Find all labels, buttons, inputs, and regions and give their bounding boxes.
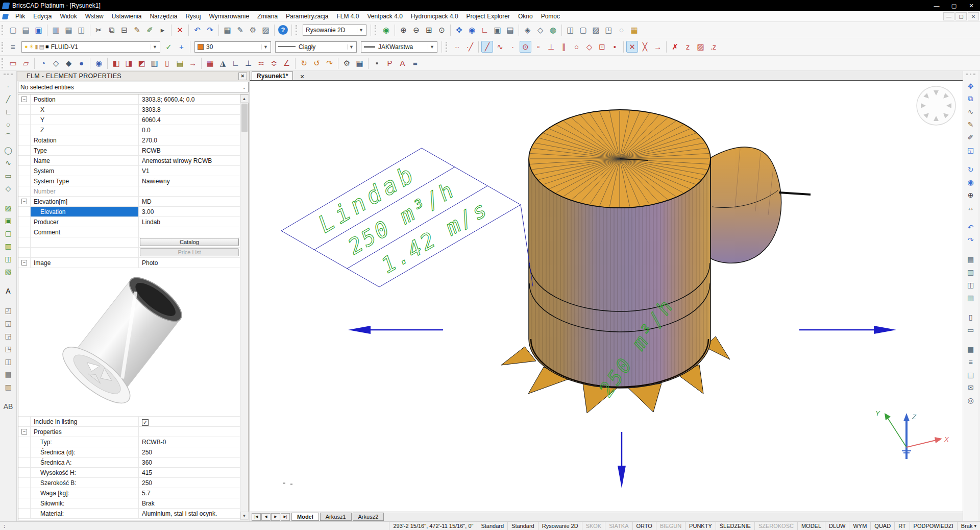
toolbar-grip[interactable]: [4, 74, 13, 78]
select-icon[interactable]: ▸: [157, 24, 168, 36]
redo-icon[interactable]: ↷: [204, 24, 216, 36]
collapse-icon[interactable]: −: [21, 260, 27, 266]
property-row-si-ownik[interactable]: Siłownik:Brak: [18, 498, 240, 509]
menu-edycja[interactable]: Edycja: [29, 12, 56, 21]
property-value[interactable]: Aluminium, stal i stal ocynk.: [139, 509, 240, 518]
solid-cube-icon[interactable]: ◇: [534, 24, 546, 36]
menu-rysuj[interactable]: Rysuj: [181, 12, 205, 21]
property-row-elevation[interactable]: Elevation3.00: [18, 207, 240, 217]
mdi-minimize-button[interactable]: —: [943, 12, 954, 20]
sheet-nav-first-icon[interactable]: |◀: [252, 513, 261, 521]
flm-grid-red-icon[interactable]: ▦: [204, 57, 216, 69]
minimize-button[interactable]: —: [928, 0, 945, 11]
hatch-icon[interactable]: ▨: [2, 202, 14, 213]
menu-narz-dzia[interactable]: Narzędzia: [145, 12, 181, 21]
zoom-in-icon[interactable]: ⊕: [398, 24, 409, 36]
extrude-icon[interactable]: ◲: [2, 330, 14, 342]
property-value[interactable]: [139, 186, 240, 196]
boundary-icon[interactable]: ▢: [2, 227, 14, 239]
property-row-system-type[interactable]: System TypeNawiewny: [18, 176, 240, 186]
section-icon[interactable]: ▥: [2, 381, 14, 393]
print-preview-icon[interactable]: ▥: [50, 24, 62, 36]
snap-dot-z-icon[interactable]: .z: [707, 41, 719, 53]
snap-tangent-icon[interactable]: ○: [571, 41, 582, 53]
ucs-icon-toggle-icon[interactable]: ∟: [479, 24, 491, 36]
zoom-window-icon[interactable]: ⊞: [423, 24, 435, 36]
property-value[interactable]: 6060.4: [139, 115, 240, 125]
status-toggle-skok[interactable]: SKOK: [582, 522, 605, 530]
flm-list-icon[interactable]: ≡: [409, 57, 421, 69]
draw-point-icon[interactable]: ∙: [2, 80, 14, 92]
snap-zero-z-icon[interactable]: z: [682, 41, 694, 53]
property-row-rotation[interactable]: Rotation270.0: [18, 135, 240, 146]
workspace-combo[interactable]: Rysowanie 2D ▼: [303, 25, 366, 36]
camera-icon[interactable]: ▣: [492, 24, 503, 36]
property-row-elevation-m[interactable]: −Elevation[m]MD: [18, 197, 240, 207]
flm-box-solid-icon[interactable]: ◆: [63, 57, 75, 69]
layout-landscape-icon[interactable]: ▭: [965, 324, 977, 335]
status-toggle-podpowiedzi[interactable]: PODPOWIEDZI: [910, 522, 957, 530]
flm-axo-view-icon[interactable]: ◮: [217, 57, 229, 69]
toolbar-grip[interactable]: [2, 25, 5, 35]
zoom-realtime-icon[interactable]: ⊕: [965, 189, 977, 201]
toolbar-grip[interactable]: [2, 42, 5, 52]
flm-angle-icon[interactable]: ∠: [281, 57, 292, 69]
flm-tag-p-icon[interactable]: P: [384, 57, 396, 69]
slice-icon[interactable]: ▤: [2, 368, 14, 380]
snap-track-points-icon[interactable]: ∙∙: [451, 41, 463, 53]
menu-project-explorer[interactable]: Project Explorer: [462, 12, 514, 21]
property-value[interactable]: V1: [139, 166, 240, 176]
scroll-down-icon[interactable]: ▼: [240, 512, 249, 520]
sheet-tab-arkusz2[interactable]: Arkusz2: [353, 513, 384, 521]
menu-ustawienia[interactable]: Ustawienia: [108, 12, 146, 21]
draw-ellipse-icon[interactable]: ◯: [2, 144, 14, 156]
menu-zmiana[interactable]: Zmiana: [253, 12, 282, 21]
plot-sheet-icon[interactable]: ▤: [965, 369, 977, 380]
snap-extension-icon[interactable]: →: [652, 41, 664, 53]
draw-polyline-icon[interactable]: ∟: [2, 106, 14, 117]
snap-from-icon[interactable]: ∙╱: [464, 41, 476, 53]
sheet-grid-icon[interactable]: ▦: [965, 292, 977, 303]
flm-rail-top-icon[interactable]: ≍: [255, 57, 267, 69]
flm-round-duct-icon[interactable]: ◔: [37, 57, 49, 69]
color-combo[interactable]: 30 ▼: [194, 41, 271, 53]
property-row-image[interactable]: −ImagePhoto: [18, 258, 240, 268]
status-toggle-rt[interactable]: RT: [894, 522, 909, 530]
property-row-rednica-d[interactable]: Średnica (d):250: [18, 447, 240, 457]
annotate-pen-icon[interactable]: ✎: [234, 24, 246, 36]
pan-icon[interactable]: ✥: [453, 24, 465, 36]
copy-entities-icon[interactable]: ⧉: [965, 93, 977, 105]
property-row-image[interactable]: [18, 268, 240, 417]
mdi-close-button[interactable]: ✕: [968, 12, 979, 20]
target-point-icon[interactable]: ◎: [965, 394, 977, 406]
orbit-icon[interactable]: ↻: [965, 163, 977, 175]
include-in-listing-checkbox[interactable]: ✓: [142, 419, 149, 426]
status-toggle-dluw[interactable]: DLUW: [825, 522, 849, 530]
toolbar-grip[interactable]: [2, 58, 5, 68]
wipeout-icon[interactable]: ▧: [2, 266, 14, 277]
sheet-list-icon[interactable]: ▤: [965, 253, 977, 265]
world-ucs-icon[interactable]: ◍: [547, 24, 559, 36]
snap-nearest-icon[interactable]: ∿: [494, 41, 506, 53]
layer-state-apply-icon[interactable]: ✓: [163, 41, 175, 53]
paint-brush-icon[interactable]: ✎: [965, 118, 977, 130]
flm-rotate-ccw-icon[interactable]: ↺: [311, 57, 323, 69]
flm-door-element-icon[interactable]: ▯: [161, 57, 173, 69]
property-row-comment[interactable]: Comment: [18, 227, 240, 237]
sheet-tab-arkusz1[interactable]: Arkusz1: [320, 513, 352, 521]
new-layout-icon[interactable]: ▢: [577, 24, 589, 36]
flm-profile-t-icon[interactable]: ⊥: [242, 57, 254, 69]
snap-node-icon[interactable]: ▫: [532, 41, 544, 53]
property-row-number[interactable]: Number: [18, 186, 240, 197]
layout-export-icon[interactable]: ◳: [603, 24, 615, 36]
scroll-up-icon[interactable]: ▲: [240, 94, 249, 103]
flm-workstation-icon[interactable]: ◉: [93, 57, 105, 69]
flm-grid-hand-icon[interactable]: ▦: [354, 57, 365, 69]
status-toggle-punkty[interactable]: PUNKTY: [685, 522, 716, 530]
property-value[interactable]: 0.0: [139, 125, 240, 135]
draw-polygon-icon[interactable]: ◇: [2, 182, 14, 194]
draw-rectangle-icon[interactable]: ▭: [2, 170, 14, 181]
pan-updown-icon[interactable]: ↔: [965, 202, 977, 213]
property-value[interactable]: 415: [139, 468, 240, 477]
view-redo-icon[interactable]: ↷: [965, 234, 977, 246]
